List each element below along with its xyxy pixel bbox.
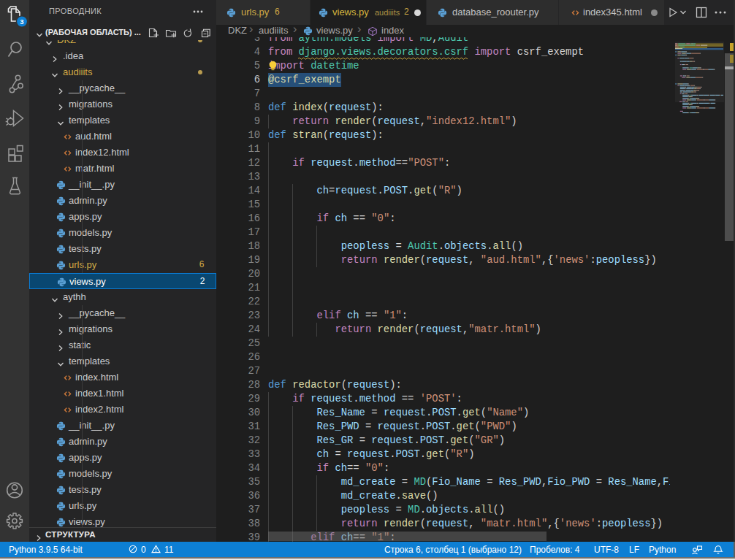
svg-text:3: 3 [20,18,23,26]
